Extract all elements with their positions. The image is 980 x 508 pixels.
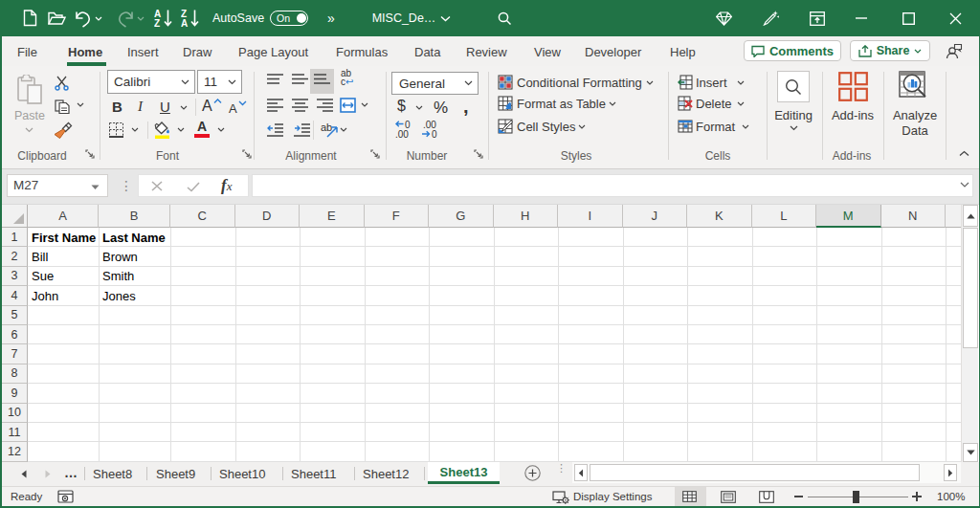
svg-text:.00: .00	[395, 129, 409, 139]
svg-text:0: 0	[405, 120, 411, 130]
svg-text:.00: .00	[423, 120, 436, 130]
svg-text:A: A	[181, 18, 188, 28]
svg-text:Z: Z	[154, 18, 160, 28]
svg-text:0: 0	[432, 129, 437, 139]
